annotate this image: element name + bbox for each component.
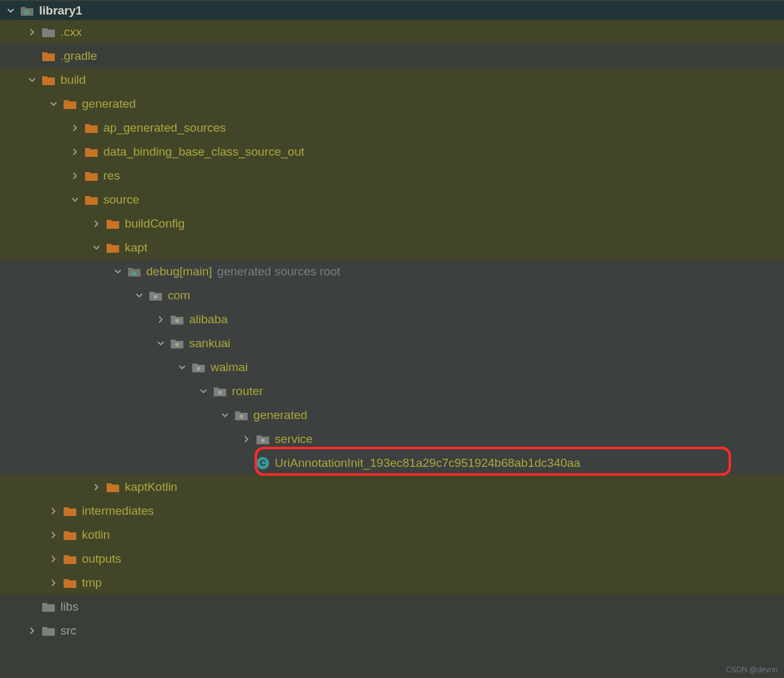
folder-icon — [63, 577, 77, 589]
tree-row[interactable]: outputs — [0, 547, 784, 571]
tree-row[interactable]: res — [0, 164, 784, 188]
tree-row[interactable]: source — [0, 188, 784, 212]
chevron-right-icon[interactable] — [155, 316, 166, 323]
chevron-down-icon[interactable] — [112, 268, 124, 275]
watermark: CSDN @devnn — [726, 665, 778, 674]
tree-row[interactable]: ap_generated_sources — [0, 116, 784, 140]
tree-row[interactable]: debug [main] generated sources root — [0, 260, 784, 284]
chevron-down-icon[interactable] — [155, 340, 166, 347]
tree-row[interactable]: kapt — [0, 236, 784, 260]
tree-row[interactable]: kaptKotlin — [0, 475, 784, 499]
tree-row[interactable]: library1 — [0, 1, 784, 20]
chevron-down-icon[interactable] — [198, 388, 209, 395]
chevron-right-icon[interactable] — [48, 531, 59, 539]
package-icon — [234, 410, 248, 421]
tree-item-label: generated — [82, 97, 136, 111]
tree-item-label: intermediates — [82, 504, 154, 518]
svg-text:C: C — [260, 458, 266, 468]
chevron-right-icon[interactable] — [91, 220, 102, 227]
chevron-right-icon[interactable] — [26, 28, 38, 36]
tree-item-label: buildConfig — [125, 217, 185, 231]
chevron-right-icon[interactable] — [48, 579, 59, 587]
svg-rect-1 — [26, 9, 27, 14]
source-set-badge: [main] — [180, 265, 212, 279]
tree-row[interactable]: alibaba — [0, 307, 784, 331]
chevron-down-icon[interactable] — [48, 100, 59, 108]
folder-icon — [42, 50, 55, 62]
tree-row[interactable]: data_binding_base_class_source_out — [0, 140, 784, 164]
tree-item-label: UriAnnotationInit_193ec81a29c7c951924b68… — [275, 456, 580, 470]
chevron-right-icon[interactable] — [91, 483, 102, 491]
tree-item-label: .cxx — [61, 25, 82, 39]
svg-point-8 — [175, 343, 179, 347]
chevron-down-icon[interactable] — [176, 364, 188, 371]
folder-icon — [84, 146, 98, 158]
chevron-right-icon[interactable] — [69, 172, 81, 180]
tree-item-hint: generated sources root — [217, 265, 340, 279]
package-icon — [149, 290, 163, 301]
tree-item-label: libs — [61, 600, 79, 614]
tree-row[interactable]: generated — [0, 403, 784, 427]
tree-row[interactable]: CUriAnnotationInit_193ec81a29c7c951924b6… — [0, 451, 784, 475]
tree-item-label: waimai — [210, 360, 248, 374]
chevron-down-icon[interactable] — [69, 196, 81, 204]
tree-item-label: kapt — [125, 241, 147, 255]
folder-icon — [84, 122, 98, 134]
tree-item-label: library1 — [39, 4, 83, 18]
tree-item-label: src — [61, 624, 76, 638]
svg-rect-2 — [28, 11, 29, 14]
tree-item-label: tmp — [82, 576, 102, 590]
tree-row[interactable]: service — [0, 427, 784, 451]
tree-row[interactable]: .cxx — [0, 20, 784, 44]
package-icon — [170, 314, 184, 325]
folder-icon — [106, 481, 120, 493]
folder-icon — [63, 553, 77, 565]
svg-point-11 — [239, 415, 243, 418]
module-icon — [127, 266, 141, 277]
class-icon: C — [256, 456, 270, 470]
chevron-right-icon[interactable] — [241, 435, 252, 443]
tree-item-label: build — [61, 73, 86, 87]
tree-row[interactable]: com — [0, 284, 784, 307]
chevron-right-icon[interactable] — [48, 555, 59, 563]
chevron-right-icon[interactable] — [48, 507, 59, 515]
folder-icon — [84, 194, 98, 205]
tree-row[interactable]: .gradle — [0, 44, 784, 68]
tree-item-label: ap_generated_sources — [103, 121, 226, 135]
chevron-down-icon[interactable] — [5, 7, 16, 14]
module-icon — [20, 5, 34, 16]
tree-row[interactable]: kotlin — [0, 523, 784, 547]
tree-item-label: generated — [253, 408, 308, 422]
tree-row[interactable]: tmp — [0, 571, 784, 595]
tree-item-label: res — [103, 169, 120, 183]
project-tree[interactable]: library1.cxx.gradlebuildgeneratedap_gene… — [0, 0, 784, 643]
tree-row[interactable]: src — [0, 619, 784, 643]
chevron-down-icon[interactable] — [219, 411, 231, 419]
folder-icon — [42, 625, 55, 636]
package-icon — [256, 434, 270, 445]
tree-row[interactable]: waimai — [0, 355, 784, 379]
svg-point-6 — [154, 295, 158, 299]
chevron-right-icon[interactable] — [26, 627, 38, 635]
tree-row[interactable]: build — [0, 68, 784, 92]
tree-item-label: outputs — [82, 552, 121, 566]
chevron-down-icon[interactable] — [91, 244, 102, 251]
package-icon — [213, 386, 227, 397]
chevron-down-icon[interactable] — [134, 292, 145, 299]
chevron-right-icon[interactable] — [69, 124, 81, 132]
tree-item-label: service — [275, 432, 313, 446]
package-icon — [192, 362, 205, 373]
tree-row[interactable]: generated — [0, 92, 784, 116]
svg-point-9 — [197, 367, 200, 371]
folder-icon — [42, 74, 55, 86]
svg-rect-0 — [24, 11, 25, 14]
chevron-down-icon[interactable] — [26, 76, 38, 84]
tree-row[interactable]: sankuai — [0, 331, 784, 355]
tree-row[interactable]: buildConfig — [0, 212, 784, 236]
svg-rect-3 — [131, 272, 132, 275]
tree-row[interactable]: router — [0, 379, 784, 403]
tree-item-label: kotlin — [82, 528, 110, 542]
tree-row[interactable]: libs — [0, 595, 784, 619]
chevron-right-icon[interactable] — [69, 148, 81, 156]
tree-row[interactable]: intermediates — [0, 499, 784, 523]
